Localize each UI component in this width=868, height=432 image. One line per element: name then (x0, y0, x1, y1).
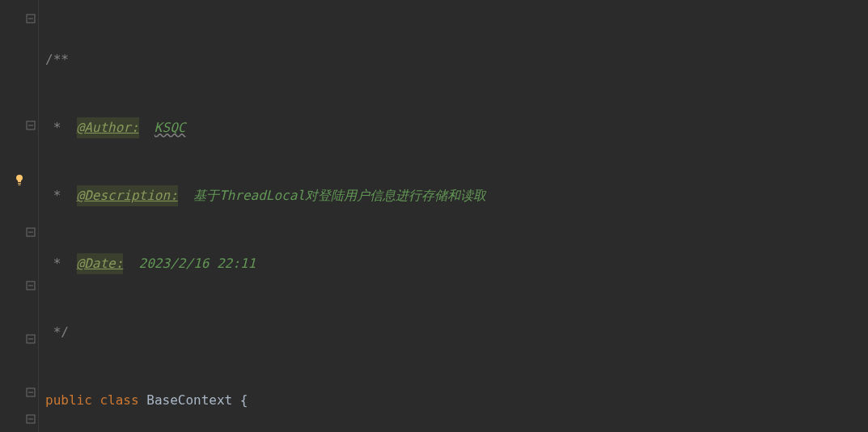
gutter-line (0, 85, 39, 112)
doc-description-value: 基于ThreadLocal对登陆用户信息进行存储和读取 (193, 185, 486, 206)
doc-date-value: 2023/2/16 22:11 (139, 253, 256, 274)
gutter-line (0, 5, 39, 32)
open-brace: { (240, 390, 248, 411)
fold-minus-icon[interactable] (26, 281, 36, 290)
doc-space (123, 253, 138, 274)
code-line: * @Date: 2023/2/16 22:11 (45, 251, 868, 277)
code-area[interactable]: /** * @Author: KSQC * @Description: 基于Th… (39, 0, 868, 432)
svg-rect-5 (19, 184, 21, 185)
doc-author-value: KSQC (155, 117, 186, 138)
comment-close: */ (45, 322, 69, 343)
fold-minus-icon[interactable] (26, 388, 36, 397)
code-editor[interactable]: /** * @Author: KSQC * @Description: 基于Th… (0, 0, 868, 432)
keyword-public: public (45, 390, 92, 411)
doc-space (178, 185, 193, 206)
comment-open: /** (45, 49, 69, 70)
fold-minus-icon[interactable] (26, 121, 36, 130)
gutter-line (0, 325, 39, 352)
code-line: */ (45, 319, 868, 345)
gutter-line (0, 165, 39, 192)
gutter-line (0, 299, 39, 325)
fold-minus-icon[interactable] (26, 414, 36, 424)
gutter-line (0, 405, 39, 432)
fold-minus-icon[interactable] (26, 334, 36, 344)
doc-tag-description: @Description: (77, 185, 178, 206)
gutter-line (0, 379, 39, 405)
gutter-line (0, 192, 39, 218)
gutter-line (0, 218, 39, 245)
fold-minus-icon[interactable] (26, 227, 36, 237)
doc-space (139, 117, 155, 138)
code-line: public class BaseContext { (45, 387, 868, 413)
fold-minus-icon[interactable] (26, 14, 36, 23)
gutter-line (0, 32, 39, 58)
class-name: BaseContext (146, 390, 232, 411)
doc-tag-author: @Author: (77, 117, 139, 138)
bulb-icon[interactable] (13, 172, 26, 185)
gutter-line (0, 112, 39, 138)
gutter-line (0, 245, 39, 272)
gutter-line (0, 272, 39, 299)
gutter-line (0, 58, 39, 85)
svg-rect-4 (18, 183, 21, 184)
code-line: * @Author: KSQC (45, 114, 868, 141)
doc-tag-date: @Date: (77, 253, 124, 274)
comment-star: * (45, 253, 77, 274)
code-line: * @Description: 基于ThreadLocal对登陆用户信息进行存储… (45, 183, 868, 210)
comment-star: * (45, 185, 77, 206)
gutter-line (0, 352, 39, 379)
comment-star: * (45, 117, 77, 138)
gutter (0, 0, 39, 432)
code-line: /** (45, 46, 868, 73)
gutter-line (0, 138, 39, 165)
keyword-class: class (100, 390, 138, 411)
